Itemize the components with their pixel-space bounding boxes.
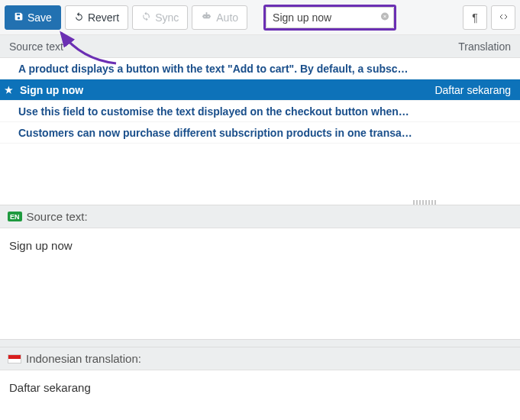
sync-icon bbox=[141, 11, 151, 23]
search-wrap bbox=[263, 5, 396, 31]
table-row[interactable]: A product displays a button with the tex… bbox=[0, 58, 520, 79]
auto-label: Auto bbox=[216, 11, 238, 24]
list-gap bbox=[0, 144, 520, 205]
pilcrow-icon: ¶ bbox=[472, 11, 478, 24]
string-list: A product displays a button with the tex… bbox=[0, 58, 520, 144]
toolbar: Save Revert Sync Auto ¶ bbox=[0, 0, 520, 35]
save-label: Save bbox=[27, 11, 52, 24]
revert-button[interactable]: Revert bbox=[65, 5, 128, 30]
row-source: Customers can now purchase different sub… bbox=[18, 127, 511, 139]
translation-text-value: Daftar sekarang bbox=[9, 381, 91, 394]
table-row[interactable]: ★ Sign up now Daftar sekarang bbox=[0, 79, 520, 101]
star-icon: ★ bbox=[5, 85, 17, 95]
resize-handle[interactable] bbox=[413, 200, 436, 205]
sync-button[interactable]: Sync bbox=[132, 5, 188, 30]
translation-pane-label: Indonesian translation: bbox=[26, 352, 141, 365]
save-icon bbox=[14, 11, 24, 23]
translation-pane-body[interactable]: Daftar sekarang bbox=[0, 370, 520, 401]
source-pane-label: Source text: bbox=[27, 210, 88, 223]
lang-badge-en: EN bbox=[8, 212, 22, 221]
revert-label: Revert bbox=[88, 11, 119, 24]
row-source: A product displays a button with the tex… bbox=[18, 63, 511, 75]
row-source: Use this field to customise the text dis… bbox=[18, 105, 511, 118]
row-translation: Daftar sekarang bbox=[434, 84, 511, 96]
table-row[interactable]: Use this field to customise the text dis… bbox=[0, 101, 520, 122]
pane-separator bbox=[0, 339, 520, 347]
code-view-button[interactable] bbox=[491, 5, 515, 30]
source-pane-header: EN Source text: bbox=[0, 205, 520, 228]
table-row[interactable]: Customers can now purchase different sub… bbox=[0, 122, 520, 144]
flag-id-icon bbox=[8, 354, 21, 363]
save-button[interactable]: Save bbox=[5, 5, 61, 30]
revert-icon bbox=[74, 11, 84, 23]
search-input[interactable] bbox=[266, 7, 394, 28]
source-pane-body: Sign up now bbox=[0, 228, 520, 339]
robot-icon bbox=[201, 11, 212, 23]
source-text-value: Sign up now bbox=[9, 239, 73, 252]
code-icon bbox=[498, 11, 509, 24]
translation-column-header: Translation bbox=[458, 40, 511, 53]
row-source: Sign up now bbox=[20, 84, 427, 96]
clear-search-icon[interactable] bbox=[380, 11, 389, 23]
source-column-header: Source text bbox=[9, 40, 458, 53]
auto-button[interactable]: Auto bbox=[192, 5, 247, 30]
pilcrow-button[interactable]: ¶ bbox=[463, 5, 487, 30]
column-headers: Source text Translation bbox=[0, 35, 520, 58]
sync-label: Sync bbox=[155, 11, 179, 24]
translation-pane-header: Indonesian translation: bbox=[0, 347, 520, 370]
